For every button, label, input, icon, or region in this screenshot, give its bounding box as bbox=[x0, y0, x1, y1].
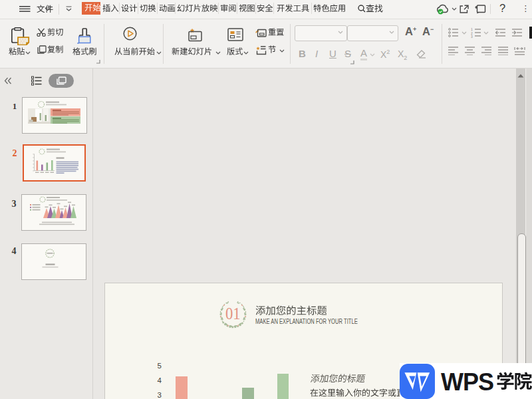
svg-text:3: 3 bbox=[471, 35, 473, 39]
